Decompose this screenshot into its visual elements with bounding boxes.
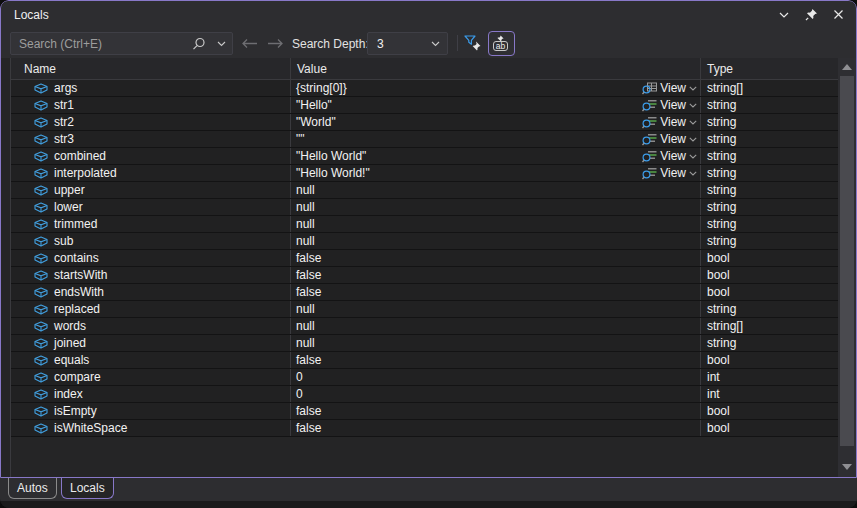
variable-value: 0: [296, 387, 303, 401]
variable-type: string: [707, 200, 736, 214]
column-header-name[interactable]: Name: [11, 58, 291, 80]
chevron-down-icon: [689, 154, 697, 159]
table-row[interactable]: isWhiteSpacefalsebool: [11, 420, 838, 437]
variable-type: string: [707, 336, 736, 350]
tab-label: Autos: [17, 481, 48, 495]
search-back-button[interactable]: [241, 36, 259, 50]
scrollbar-thumb[interactable]: [840, 76, 854, 446]
chevron-down-icon: [689, 86, 697, 91]
variable-type: string: [707, 217, 736, 231]
variable-icon: [34, 83, 48, 94]
table-row[interactable]: index0int: [11, 386, 838, 403]
variable-value: false: [296, 421, 321, 435]
variable-type: bool: [707, 404, 730, 418]
search-options-button[interactable]: [210, 33, 232, 54]
variable-value: false: [296, 404, 321, 418]
value-cell: null: [291, 301, 701, 317]
name-cell: interpolated: [11, 165, 291, 181]
table-row[interactable]: replacednullstring: [11, 301, 838, 318]
variable-name: compare: [54, 370, 101, 384]
variable-value: false: [296, 268, 321, 282]
value-cell: null: [291, 233, 701, 249]
search-depth-value: 3: [368, 37, 431, 51]
table-row[interactable]: interpolated"Hello World!"Viewstring: [11, 165, 838, 182]
variable-type: string: [707, 149, 736, 163]
table-row[interactable]: startsWithfalsebool: [11, 267, 838, 284]
text-visualizer-icon: [642, 150, 657, 163]
table-row[interactable]: str3""Viewstring: [11, 131, 838, 148]
variable-icon: [34, 219, 48, 230]
name-cell: args: [11, 80, 291, 96]
variable-icon: [34, 406, 48, 417]
name-cell: replaced: [11, 301, 291, 317]
table-row[interactable]: lowernullstring: [11, 199, 838, 216]
table-row[interactable]: isEmptyfalsebool: [11, 403, 838, 420]
view-visualizer-button[interactable]: View: [642, 114, 697, 130]
variable-type: string: [707, 98, 736, 112]
table-row[interactable]: args{string[0]}Viewstring[]: [11, 80, 838, 97]
chevron-down-icon: [217, 41, 226, 47]
variable-type: string: [707, 183, 736, 197]
view-label: View: [660, 115, 686, 129]
pin-button[interactable]: [800, 4, 822, 25]
type-cell: bool: [701, 352, 838, 368]
search-input[interactable]: [11, 37, 188, 51]
search-depth-label: Search Depth:: [292, 37, 369, 51]
search-button[interactable]: [188, 33, 210, 54]
variable-icon: [34, 355, 48, 366]
variable-icon: [34, 389, 48, 400]
view-visualizer-button[interactable]: View: [642, 97, 697, 113]
table-row[interactable]: joinednullstring: [11, 335, 838, 352]
variable-type: bool: [707, 353, 730, 367]
variable-type: bool: [707, 421, 730, 435]
chevron-down-icon: [779, 12, 789, 18]
column-header-value[interactable]: Value: [291, 58, 701, 80]
vertical-scrollbar[interactable]: [838, 58, 856, 477]
variable-name: str2: [54, 115, 74, 129]
name-cell: contains: [11, 250, 291, 266]
search-depth-combobox[interactable]: 3: [367, 32, 448, 55]
table-row[interactable]: containsfalsebool: [11, 250, 838, 267]
table-row[interactable]: str1"Hello"Viewstring: [11, 97, 838, 114]
view-visualizer-button[interactable]: View: [642, 80, 697, 96]
variable-name: args: [54, 81, 77, 95]
type-cell: string: [701, 131, 838, 147]
tab-autos[interactable]: Autos: [8, 478, 57, 499]
toolbar-separator: [457, 35, 458, 51]
view-label: View: [660, 166, 686, 180]
text-visualizer-icon: [642, 99, 657, 112]
view-visualizer-button[interactable]: View: [642, 148, 697, 164]
scroll-up-button[interactable]: [838, 59, 856, 75]
column-header-type[interactable]: Type: [701, 58, 838, 80]
view-visualizer-button[interactable]: View: [642, 165, 697, 181]
close-button[interactable]: [827, 4, 849, 25]
variable-value: false: [296, 353, 321, 367]
scroll-down-button[interactable]: [838, 459, 856, 475]
view-visualizer-button[interactable]: View: [642, 131, 697, 147]
variable-value: null: [296, 336, 315, 350]
pinnable-properties-toggle[interactable]: ab: [488, 31, 515, 56]
variable-icon: [34, 338, 48, 349]
variable-type: string: [707, 302, 736, 316]
name-cell: endsWith: [11, 284, 291, 300]
table-row[interactable]: combined"Hello World"Viewstring: [11, 148, 838, 165]
table-row[interactable]: str2"World"Viewstring: [11, 114, 838, 131]
window-position-button[interactable]: [773, 4, 795, 25]
table-row[interactable]: wordsnullstring[]: [11, 318, 838, 335]
table-row[interactable]: compare0int: [11, 369, 838, 386]
table-row[interactable]: subnullstring: [11, 233, 838, 250]
table-row[interactable]: endsWithfalsebool: [11, 284, 838, 301]
table-rows: args{string[0]}Viewstring[]str1"Hello"Vi…: [11, 80, 838, 437]
variable-icon: [34, 151, 48, 162]
name-cell: sub: [11, 233, 291, 249]
name-cell: isEmpty: [11, 403, 291, 419]
table-row[interactable]: trimmednullstring: [11, 216, 838, 233]
tab-locals[interactable]: Locals: [61, 478, 114, 499]
chevron-down-icon: [689, 171, 697, 176]
table-row[interactable]: uppernullstring: [11, 182, 838, 199]
variable-icon: [34, 117, 48, 128]
search-forward-button[interactable]: [267, 36, 285, 50]
variable-icon: [34, 253, 48, 264]
table-row[interactable]: equalsfalsebool: [11, 352, 838, 369]
filter-pinned-button[interactable]: [461, 33, 485, 54]
